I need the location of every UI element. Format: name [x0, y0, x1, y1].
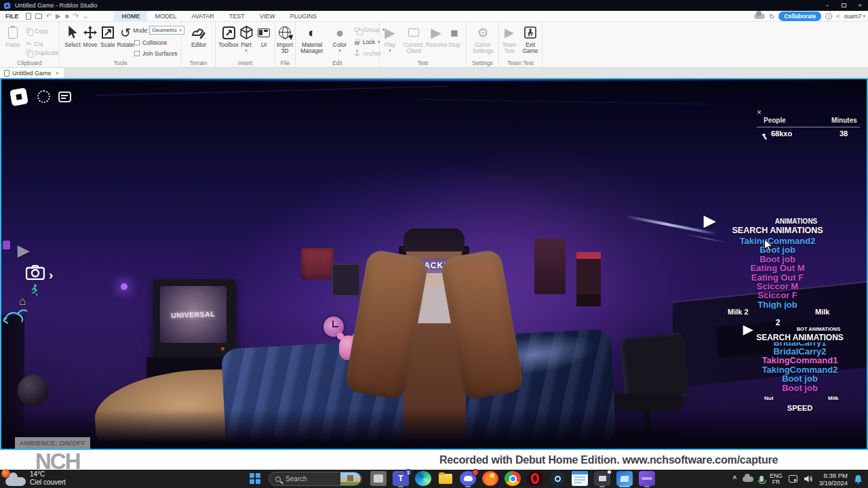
play-button[interactable]: ▶ Play ▾ [381, 24, 399, 54]
close-tab-icon[interactable]: × [56, 70, 59, 77]
team-test-button[interactable]: ▶ Team Test [499, 24, 519, 54]
anim-list-item[interactable]: TakingCommand1 [751, 356, 849, 365]
chat-icon[interactable] [58, 92, 71, 102]
steam-icon[interactable] [549, 471, 566, 486]
exit-game-button[interactable]: Exit Game [519, 24, 541, 54]
onedrive-icon[interactable] [743, 476, 753, 482]
weather-widget[interactable]: 14°C Ciel couvert [5, 470, 66, 487]
anim-list-item[interactable]: Boot job [751, 374, 849, 383]
anim-list-item[interactable]: Boot job [728, 245, 827, 254]
share-icon[interactable]: < [836, 13, 840, 20]
mode-dropdown[interactable]: Geometric▾ [149, 26, 184, 35]
teams-icon[interactable]: T 1 [393, 471, 409, 486]
task-view-icon[interactable] [370, 471, 387, 486]
anim-list-item[interactable]: Boot job [728, 255, 827, 264]
refresh-icon[interactable]: ↻ [769, 13, 774, 20]
milk-label-2[interactable]: Milk [828, 395, 839, 401]
anim-list-item[interactable]: TakingCommand2 [728, 237, 827, 245]
close-panel-icon[interactable]: × [757, 108, 762, 117]
duplicate-button[interactable]: Duplicate [26, 49, 58, 56]
pen-settings-icon[interactable] [789, 475, 797, 483]
search-animations-button-2[interactable]: SEARCH ANIMATIONS [751, 333, 849, 342]
media-app-icon[interactable] [639, 471, 655, 486]
material-manager-button[interactable]: ◐ Material Manager [298, 24, 326, 54]
notification-bell-icon[interactable] [854, 474, 863, 484]
collisions-checkbox[interactable]: Collisions [134, 39, 167, 46]
play-overlay-icon[interactable]: ▶ [18, 242, 29, 260]
anim-list-item[interactable]: Sciccor M [728, 282, 827, 291]
ribbon-tab-test[interactable]: TEST [222, 11, 252, 22]
speed-label[interactable]: SPEED [751, 404, 849, 412]
opera-icon[interactable] [527, 471, 543, 486]
more-icon[interactable]: ⌄ [83, 13, 88, 20]
runner-icon[interactable] [28, 284, 39, 299]
ribbon-tab-plugins[interactable]: PLUGINS [283, 11, 325, 22]
ribbon-tab-view[interactable]: VIEW [252, 11, 283, 22]
move-icon [83, 26, 97, 39]
roblox-menu-icon[interactable] [9, 87, 28, 106]
paste-button[interactable]: Paste [1, 24, 24, 48]
milk2-label[interactable]: Milk 2 [728, 308, 749, 316]
undo-icon[interactable]: ↶ [46, 13, 52, 20]
stop-quick-icon[interactable]: ■ [65, 13, 69, 20]
nut-label[interactable]: Nut [764, 395, 773, 401]
notepad-icon[interactable] [572, 471, 588, 486]
resume-button[interactable]: ▶ Resume [426, 24, 446, 48]
hidden-icons-chevron[interactable]: ^ [732, 475, 736, 483]
anim-list-item[interactable]: TakingCommand2 [751, 365, 849, 374]
play-quick-icon[interactable]: ▶ [56, 13, 61, 20]
lock-button[interactable]: Lock▾ [354, 38, 380, 45]
collaborate-button[interactable]: Collaborate [778, 12, 821, 21]
search-animations-button[interactable]: SEARCH ANIMATIONS [728, 226, 827, 235]
anim-play-icon[interactable]: ▶ [704, 212, 715, 230]
maximize-button[interactable] [835, 0, 852, 11]
debut-capture-icon[interactable] [594, 471, 610, 486]
speaker-icon[interactable] [804, 474, 813, 483]
game-settings-button[interactable]: ⚙ Game Settings [469, 24, 496, 54]
open-file-icon[interactable] [35, 14, 42, 19]
stop-button[interactable]: ■ Stop [445, 24, 464, 48]
anim-list-item[interactable]: BridalCarry2 [751, 347, 849, 356]
camera-icon[interactable] [26, 265, 45, 283]
chrome-icon[interactable] [505, 471, 521, 486]
doc-tab-untitled-game[interactable]: Untitled Game × [0, 68, 64, 78]
file-menu[interactable]: FILE [5, 13, 19, 20]
ui-button[interactable]: UI [252, 24, 275, 48]
redo-icon[interactable]: ↷ [73, 13, 79, 20]
clock[interactable]: 8:38 PM 3/19/2024 [819, 472, 848, 487]
file-explorer-icon[interactable] [437, 471, 454, 486]
current-client-button[interactable]: Current: Client [400, 24, 427, 54]
language-switcher[interactable]: ENG FR [770, 473, 782, 485]
taskbar-search[interactable]: Search [269, 472, 362, 486]
ribbon-tab-home[interactable]: HOME [114, 11, 147, 22]
start-button[interactable] [250, 473, 260, 484]
color-button[interactable]: ● Color ▾ [328, 24, 351, 54]
ribbon-tab-model[interactable]: MODEL [147, 11, 184, 22]
edge-icon[interactable] [415, 471, 431, 486]
anchor-button[interactable]: Anchor [354, 49, 381, 57]
emotes-icon[interactable] [37, 90, 50, 103]
help-icon[interactable]: ? [825, 13, 832, 20]
discord-icon[interactable] [460, 471, 476, 486]
firefox-icon[interactable] [482, 471, 498, 486]
milk-label[interactable]: Milk [815, 308, 829, 316]
user-menu[interactable]: ouam7 ▾ [844, 13, 865, 20]
microphone-icon[interactable] [760, 476, 764, 482]
chevron-right-icon[interactable]: › [49, 268, 53, 283]
minimize-button[interactable]: − [819, 0, 835, 11]
anim-list-item[interactable]: Eating Out M [728, 264, 827, 272]
import-3d-button[interactable]: Import 3D [273, 24, 296, 54]
terrain-editor-button[interactable]: Editor [187, 24, 210, 48]
close-button[interactable]: × [852, 0, 868, 11]
anim-list-item[interactable]: Eating Out F [728, 273, 827, 282]
ribbon-tab-avatar[interactable]: AVATAR [184, 11, 221, 22]
anim-list-item[interactable]: Boot job [751, 384, 849, 392]
active-app-icon[interactable] [616, 471, 633, 486]
mode-label: Mode: [133, 27, 149, 34]
ambience-toggle-button[interactable]: AMBIENCE: ON/OFF [15, 437, 90, 449]
cut-button[interactable]: ✂Cut [26, 38, 43, 49]
new-file-icon[interactable] [26, 13, 31, 20]
join-surfaces-checkbox[interactable]: Join Surfaces [134, 50, 178, 57]
anim-list-item[interactable]: Sciccor F [728, 291, 827, 300]
copy-button[interactable]: Copy [26, 27, 48, 35]
